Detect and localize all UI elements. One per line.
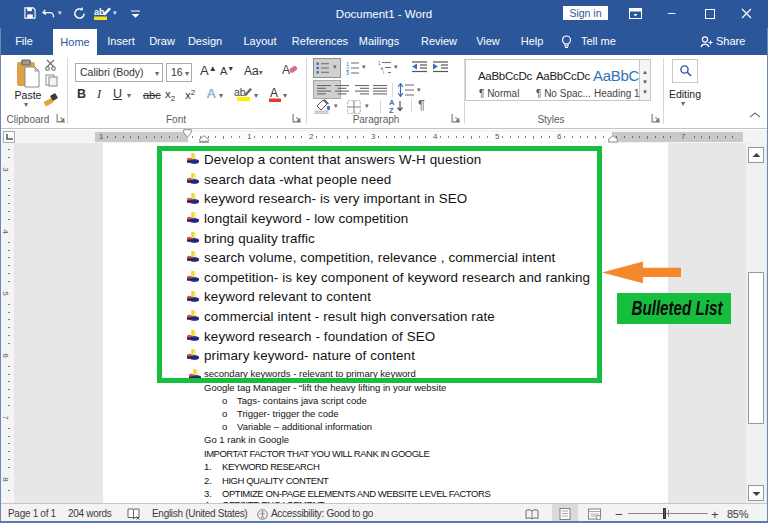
svg-text:i: i <box>383 70 384 74</box>
svg-text:ab: ab <box>94 7 105 17</box>
svg-text:3: 3 <box>346 70 349 75</box>
svg-text:A: A <box>270 86 278 100</box>
svg-text:A: A <box>282 63 290 77</box>
svg-text:ab: ab <box>234 86 246 98</box>
svg-text:Z: Z <box>389 106 394 113</box>
